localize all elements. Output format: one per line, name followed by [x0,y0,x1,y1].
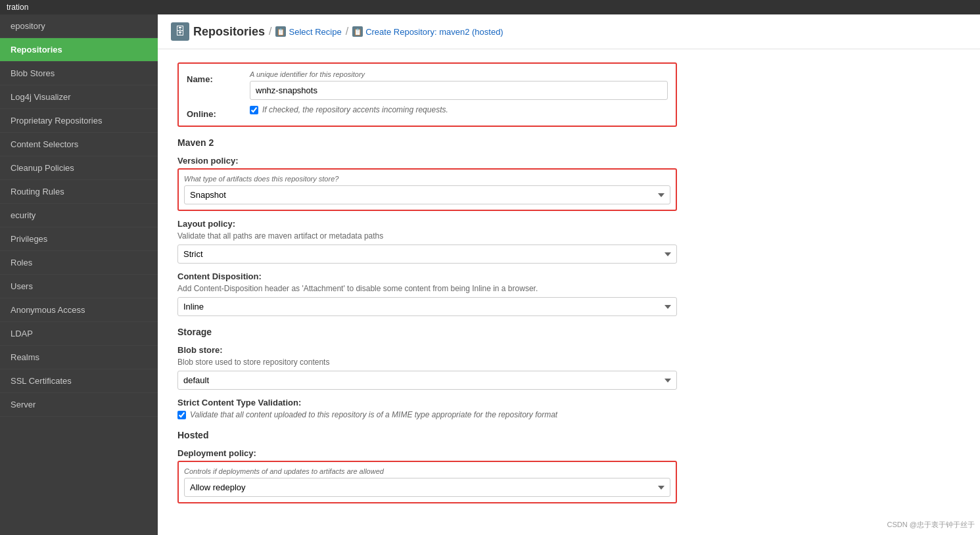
select-recipe-icon: 📋 [275,26,286,37]
sidebar-item-repository[interactable]: epository [0,14,158,38]
top-bar-title: tration [7,3,28,12]
layout-policy-label: Layout policy: [177,219,960,229]
blob-store-box: Blob store used to store repository cont… [177,358,677,390]
version-policy-label: Version policy: [177,156,960,166]
name-field-container: A unique identifier for this repository [250,70,668,100]
version-policy-select[interactable]: Snapshot Release Mixed [184,185,670,204]
content-disposition-container: Content Disposition: Add Content-Disposi… [177,271,960,316]
select-recipe-label: Select Recipe [289,27,341,37]
layout-policy-hint: Validate that all paths are maven artifa… [177,231,677,241]
main-area: epositoryRepositoriesBlob StoresLog4j Vi… [0,14,980,535]
top-bar: tration [0,0,980,14]
online-label: Online: [187,105,239,119]
sidebar-item-cleanup-policies[interactable]: Cleanup Policies [0,156,158,180]
name-row: Name: A unique identifier for this repos… [187,70,668,100]
deployment-policy-container: Deployment policy: Controls if deploymen… [177,448,960,503]
content-disposition-label: Content Disposition: [177,271,960,281]
version-policy-container: Version policy: What type of artifacts d… [177,156,960,211]
blob-store-hint: Blob store used to store repository cont… [177,358,677,367]
sidebar-item-blob-stores[interactable]: Blob Stores [0,62,158,85]
sidebar-item-roles[interactable]: Roles [0,251,158,275]
repositories-icon: 🗄 [171,22,189,41]
sidebar-item-realms[interactable]: Realms [0,346,158,369]
content-disposition-box: Add Content-Disposition header as 'Attac… [177,284,677,316]
name-highlight-box: Name: A unique identifier for this repos… [177,62,677,127]
breadcrumb-sep-2: / [346,26,348,37]
strict-content-checkbox[interactable] [177,411,186,419]
sidebar-item-ldap[interactable]: LDAP [0,322,158,346]
version-policy-highlight-box: What type of artifacts does this reposit… [177,168,677,211]
online-checkbox[interactable] [250,106,258,114]
version-policy-hint: What type of artifacts does this reposit… [184,175,670,183]
breadcrumb-title: Repositories [193,25,265,39]
sidebar-item-ssl-certificates[interactable]: SSL Certificates [0,369,158,393]
deployment-policy-select[interactable]: Allow redeploy Disable redeploy Read-onl… [184,478,670,497]
online-row: Online: If checked, the repository accen… [187,105,668,119]
sidebar-item-security[interactable]: ecurity [0,204,158,227]
sidebar-item-log4j[interactable]: Log4j Visualizer [0,85,158,109]
create-repository-link[interactable]: 📋 Create Repository: maven2 (hosted) [352,26,503,37]
create-repository-label: Create Repository: maven2 (hosted) [365,27,503,37]
layout-policy-select[interactable]: Strict Permissive [177,244,677,264]
strict-content-hint: Validate that all content uploaded to th… [190,410,557,419]
breadcrumb: 🗄 Repositories / 📋 Select Recipe / 📋 Cre… [158,14,980,49]
layout-policy-box: Validate that all paths are maven artifa… [177,231,677,264]
strict-content-container: Strict Content Type Validation: Validate… [177,398,960,419]
online-hint: If checked, the repository accents incom… [262,105,448,114]
online-field-container: If checked, the repository accents incom… [250,105,668,114]
maven2-section-title: Maven 2 [177,137,960,148]
sidebar: epositoryRepositoriesBlob StoresLog4j Vi… [0,14,158,535]
blob-store-select[interactable]: default [177,371,677,390]
strict-content-label: Strict Content Type Validation: [177,398,960,407]
breadcrumb-sep-1: / [269,26,271,37]
app-container: tration epositoryRepositoriesBlob Stores… [0,0,980,535]
name-hint: A unique identifier for this repository [250,70,668,78]
create-repository-icon: 📋 [352,26,363,37]
deployment-policy-hint: Controls if deployments of and updates t… [184,467,670,475]
content-disposition-hint: Add Content-Disposition header as 'Attac… [177,284,677,293]
deployment-policy-label: Deployment policy: [177,448,960,458]
sidebar-item-proprietary[interactable]: Proprietary Repositories [0,109,158,133]
sidebar-item-privileges[interactable]: Privileges [0,227,158,251]
sidebar-item-routing-rules[interactable]: Routing Rules [0,180,158,204]
content-disposition-select[interactable]: Inline Attachment [177,297,677,316]
blob-store-label: Blob store: [177,345,960,355]
strict-content-checkbox-row: Validate that all content uploaded to th… [177,410,677,419]
blob-store-container: Blob store: Blob store used to store rep… [177,345,960,390]
sidebar-item-repositories[interactable]: Repositories [0,38,158,62]
sidebar-item-server[interactable]: Server [0,393,158,417]
content-area: 🗄 Repositories / 📋 Select Recipe / 📋 Cre… [158,14,980,535]
name-label: Name: [187,70,239,84]
select-recipe-link[interactable]: 📋 Select Recipe [275,26,341,37]
strict-content-box: Validate that all content uploaded to th… [177,410,677,419]
deployment-policy-highlight-box: Controls if deployments of and updates t… [177,461,677,503]
sidebar-item-users[interactable]: Users [0,275,158,298]
sidebar-item-anonymous-access[interactable]: Anonymous Access [0,298,158,322]
name-input[interactable] [250,81,668,100]
storage-section-title: Storage [177,327,960,337]
hosted-section-title: Hosted [177,430,960,440]
online-checkbox-row: If checked, the repository accents incom… [250,105,668,114]
sidebar-item-content-selectors[interactable]: Content Selectors [0,133,158,156]
form-container: Name: A unique identifier for this repos… [158,49,980,524]
watermark: CSDN @忠于衷于钟于丝于 [887,520,975,530]
layout-policy-container: Layout policy: Validate that all paths a… [177,219,960,264]
